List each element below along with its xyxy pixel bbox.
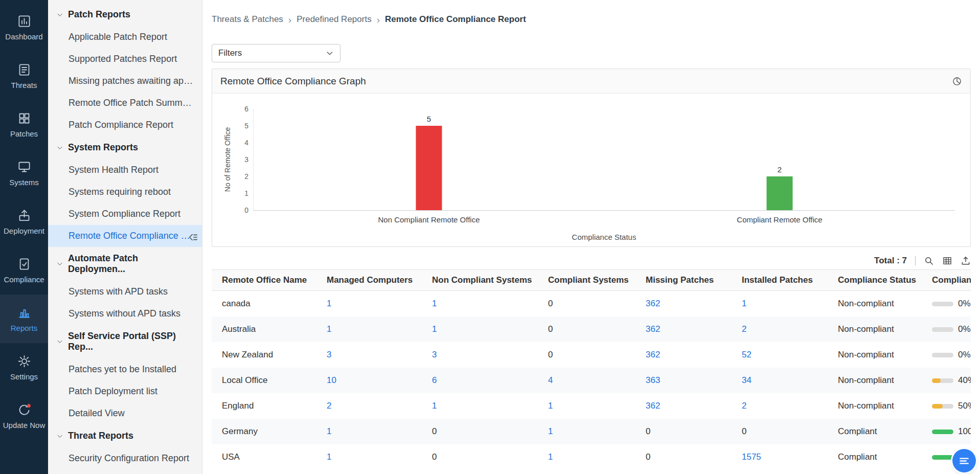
rail-item-compliance[interactable]: Compliance: [0, 246, 48, 295]
link-compliant[interactable]: 1: [548, 426, 553, 436]
link-installed[interactable]: 52: [742, 350, 751, 359]
fab-menu-button[interactable]: [952, 449, 976, 472]
cell-missing: 0: [635, 419, 732, 444]
sidebar-item-patches-yet-to-be-installed[interactable]: Patches yet to be Installed: [48, 358, 202, 380]
link-non-compliant[interactable]: 6: [432, 375, 437, 385]
reports-sidebar: Patch ReportsApplicable Patch ReportSupp…: [48, 0, 202, 474]
column-header-compliant-systems[interactable]: Compliant Systems: [538, 270, 635, 291]
section-title-patch-reports[interactable]: Patch Reports: [48, 3, 202, 26]
breadcrumb: Threats & Patches › Predefined Reports ›…: [212, 14, 971, 25]
value-compliant: 0: [548, 299, 553, 308]
sidebar-item-systems-with-apd-tasks[interactable]: Systems with APD tasks: [48, 281, 202, 303]
link-managed[interactable]: 10: [327, 375, 336, 385]
link-compliant[interactable]: 4: [548, 375, 553, 385]
compliance-progress: 50%: [932, 401, 971, 411]
column-header-missing-patches[interactable]: Missing Patches: [635, 270, 732, 291]
link-missing[interactable]: 363: [646, 375, 660, 385]
sidebar-item-remote-office-patch-summary[interactable]: Remote Office Patch Summary: [48, 92, 202, 114]
link-managed[interactable]: 2: [327, 401, 331, 411]
column-chooser-icon[interactable]: [942, 256, 952, 266]
dashboard-icon: [17, 14, 31, 28]
sidebar-item-systems-requiring-reboot[interactable]: Systems requiring reboot: [48, 181, 202, 203]
link-installed[interactable]: 34: [742, 375, 751, 385]
column-header-non-compliant-systems[interactable]: Non Compliant Systems: [422, 270, 538, 291]
sidebar-item-system-health-report[interactable]: System Health Report: [48, 159, 202, 181]
search-icon[interactable]: [924, 256, 934, 266]
link-non-compliant[interactable]: 1: [432, 401, 437, 411]
section-title-threat-reports[interactable]: Threat Reports: [48, 424, 202, 447]
cell-compliance-percent: 0%: [922, 291, 971, 317]
cell-compliance-status: Compliant: [828, 444, 922, 470]
link-managed[interactable]: 1: [327, 426, 331, 436]
sidebar-item-remote-office-compliance-re[interactable]: Remote Office Compliance Re...: [48, 225, 202, 247]
cell-compliance-percent: 40%: [922, 368, 971, 393]
rail-item-patches[interactable]: Patches: [0, 100, 48, 149]
sidebar-item-supported-patches-report[interactable]: Supported Patches Report: [48, 48, 202, 70]
rail-item-settings[interactable]: Settings: [0, 343, 48, 392]
link-installed[interactable]: 1: [742, 299, 746, 308]
column-header-managed-computers[interactable]: Managed Computers: [316, 270, 422, 291]
sidebar-item-missing-patches-awaiting-appr[interactable]: Missing patches awaiting appr...: [48, 70, 202, 92]
section-title-system-reports[interactable]: System Reports: [48, 136, 202, 159]
link-installed[interactable]: 2: [742, 401, 746, 411]
link-managed[interactable]: 1: [327, 299, 331, 308]
link-compliant[interactable]: 1: [548, 401, 553, 411]
cell-managed: 1: [316, 444, 422, 470]
column-header-compliance[interactable]: Compliance %: [922, 270, 971, 291]
sidebar-item-security-configuration-report[interactable]: Security Configuration Report: [48, 447, 202, 469]
link-installed[interactable]: 1575: [742, 452, 761, 462]
link-non-compliant[interactable]: 1: [432, 324, 437, 334]
systems-icon: [17, 160, 31, 174]
link-non-compliant[interactable]: 1: [432, 299, 437, 308]
graph-card: Remote Office Compliance Graph No of Rem…: [212, 69, 971, 247]
progress-track: [932, 455, 953, 460]
bar-value-label: 2: [778, 165, 782, 174]
percent-label: 0%: [958, 350, 971, 360]
link-missing[interactable]: 362: [646, 350, 660, 359]
breadcrumb-separator-icon: ›: [288, 15, 291, 25]
bar-compliant-remote-office[interactable]: 2: [767, 176, 793, 210]
section-title-self-service-portal-ssp-rep[interactable]: Self Service Portal (SSP) Rep...: [48, 325, 202, 358]
toolbar-divider: [915, 256, 916, 265]
update-now-icon: [17, 403, 31, 417]
link-managed[interactable]: 1: [327, 324, 331, 334]
pie-chart-icon[interactable]: [952, 76, 962, 86]
breadcrumb-item-threats-and-patches[interactable]: Threats & Patches: [212, 14, 283, 25]
column-header-installed-patches[interactable]: Installed Patches: [732, 270, 828, 291]
bar-non-compliant-remote-office[interactable]: 5: [416, 126, 442, 210]
rail-item-threats[interactable]: Threats: [0, 52, 48, 100]
table-row-new-zealand: New Zealand33036252Non-compliant0%: [212, 342, 971, 368]
section-title-label: Automate Patch Deploymen...: [68, 253, 194, 275]
sidebar-item-applicable-patch-report[interactable]: Applicable Patch Report: [48, 26, 202, 48]
link-installed[interactable]: 2: [742, 324, 746, 334]
cell-missing: 0: [635, 444, 732, 470]
sidebar-item-patch-deployment-list[interactable]: Patch Deployment list: [48, 380, 202, 402]
link-missing[interactable]: 362: [646, 324, 660, 334]
rail-item-reports[interactable]: Reports: [0, 295, 48, 343]
threats-icon: [17, 63, 31, 77]
section-title-automate-patch-deploymen[interactable]: Automate Patch Deploymen...: [48, 247, 202, 281]
sidebar-item-systems-without-apd-tasks[interactable]: Systems without APD tasks: [48, 303, 202, 325]
export-icon[interactable]: [961, 256, 971, 266]
sidebar-item-patch-compliance-report[interactable]: Patch Compliance Report: [48, 114, 202, 136]
link-managed[interactable]: 1: [327, 452, 331, 462]
settings-icon: [17, 354, 31, 368]
rail-item-dashboard[interactable]: Dashboard: [0, 3, 48, 52]
breadcrumb-item-predefined-reports[interactable]: Predefined Reports: [297, 14, 371, 25]
link-managed[interactable]: 3: [327, 350, 331, 359]
sidebar-item-detailed-view[interactable]: Detailed View: [48, 402, 202, 424]
filters-dropdown[interactable]: Filters: [212, 44, 340, 62]
y-tick-label: 1: [244, 189, 248, 197]
rail-item-systems[interactable]: Systems: [0, 149, 48, 197]
link-non-compliant[interactable]: 3: [432, 350, 437, 359]
sidebar-collapse-button[interactable]: [186, 230, 201, 245]
rail-item-update-now[interactable]: Update Now: [0, 392, 48, 440]
link-missing[interactable]: 362: [646, 401, 660, 411]
link-missing[interactable]: 362: [646, 299, 660, 308]
sidebar-item-system-compliance-report[interactable]: System Compliance Report: [48, 203, 202, 225]
link-compliant[interactable]: 1: [548, 452, 553, 462]
cell-compliance-status: Compliant: [828, 419, 922, 444]
column-header-compliance-status[interactable]: Compliance Status: [828, 270, 922, 291]
column-header-remote-office-name[interactable]: Remote Office Name: [212, 270, 316, 291]
rail-item-deployment[interactable]: Deployment: [0, 197, 48, 246]
